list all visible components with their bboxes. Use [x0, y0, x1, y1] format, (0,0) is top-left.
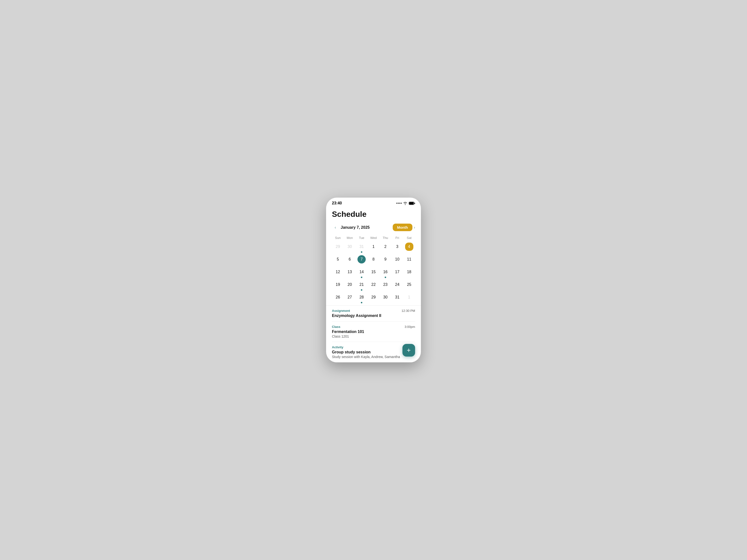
phone-frame: 23:40 Schedule ‹ Januar [326, 197, 421, 363]
day-number: 19 [334, 281, 342, 289]
calendar-day[interactable]: 31 [391, 292, 403, 304]
status-icons [396, 202, 415, 205]
day-number: 20 [345, 281, 354, 289]
calendar-grid: Sun Mon Tue Wed Thu Fri Sat 293031123456… [332, 235, 415, 304]
event-time: 3:00pm [405, 325, 415, 329]
day-number: 10 [393, 255, 402, 264]
page-title: Schedule [332, 210, 415, 219]
calendar-day[interactable]: 25 [403, 279, 415, 292]
day-number: 30 [381, 293, 390, 301]
calendar-day[interactable]: 5 [332, 254, 344, 266]
calendar-day[interactable]: 19 [332, 279, 344, 292]
calendar-day[interactable]: 16 [379, 267, 391, 279]
day-number: 29 [334, 243, 342, 251]
event-type: Class [332, 325, 340, 329]
day-number: 28 [357, 293, 366, 301]
calendar-day[interactable]: 2 [379, 242, 391, 254]
day-header-thu: Thu [379, 235, 391, 241]
status-time: 23:40 [332, 201, 342, 205]
calendar-day[interactable]: 29 [332, 242, 344, 254]
day-number: 26 [334, 293, 342, 301]
app-content: Schedule ‹ January 7, 2025 Month › Sun M… [326, 207, 421, 304]
day-number: 7 [357, 255, 366, 264]
event-subtitle: Study session with Kayla, Andrew, Samant… [332, 355, 415, 359]
day-number: 4 [405, 243, 413, 251]
calendar-day[interactable]: 24 [391, 279, 403, 292]
day-header-sun: Sun [332, 235, 344, 241]
calendar-day[interactable]: 29 [368, 292, 380, 304]
event-header: Assignment12:30 PM [332, 309, 415, 313]
calendar-day[interactable]: 20 [344, 279, 356, 292]
day-number: 25 [405, 281, 413, 289]
calendar-day[interactable]: 13 [344, 267, 356, 279]
calendar-day[interactable]: 30 [379, 292, 391, 304]
day-number: 23 [381, 281, 390, 289]
calendar-day[interactable]: 3 [391, 242, 403, 254]
day-number: 3 [393, 243, 402, 251]
day-number: 12 [334, 268, 342, 276]
prev-month-button[interactable]: ‹ [332, 224, 339, 231]
plus-icon: + [407, 347, 411, 354]
day-number: 22 [369, 281, 378, 289]
status-bar: 23:40 [326, 197, 421, 207]
nav-left: ‹ January 7, 2025 [332, 224, 369, 231]
day-number: 15 [369, 268, 378, 276]
event-type: Activity [332, 345, 343, 349]
event-dot [385, 276, 386, 278]
next-month-button[interactable]: › [414, 225, 415, 230]
calendar-week-2: 12131415161718 [332, 267, 415, 279]
day-number: 8 [369, 255, 378, 264]
day-number: 31 [357, 243, 366, 251]
calendar-day[interactable]: 22 [368, 279, 380, 292]
calendar-week-0: 2930311234 [332, 242, 415, 254]
calendar-day[interactable]: 1 [368, 242, 380, 254]
day-number: 21 [357, 281, 366, 289]
day-header-sat: Sat [403, 235, 415, 241]
day-number: 2 [381, 243, 390, 251]
event-dot [361, 251, 362, 253]
calendar-day[interactable]: 17 [391, 267, 403, 279]
calendar-day[interactable]: 31 [356, 242, 368, 254]
svg-rect-1 [409, 202, 414, 205]
event-header: Class3:00pm [332, 325, 415, 329]
calendar-day[interactable]: 9 [379, 254, 391, 266]
event-item[interactable]: Assignment12:30 PMEnzymology Assignment … [332, 305, 415, 322]
calendar-day[interactable]: 7 [356, 254, 368, 266]
day-number: 14 [357, 268, 366, 276]
day-number: 5 [334, 255, 342, 264]
calendar-day[interactable]: 15 [368, 267, 380, 279]
day-number: 13 [345, 268, 354, 276]
event-item[interactable]: Class3:00pmFermentation 101Class 1201 [332, 322, 415, 342]
calendar-day[interactable]: 10 [391, 254, 403, 266]
nav-date: January 7, 2025 [341, 225, 369, 230]
day-number: 11 [405, 255, 413, 264]
calendar-day[interactable]: 1 [403, 292, 415, 304]
event-subtitle: Class 1201 [332, 335, 415, 338]
event-dot [361, 302, 362, 303]
calendar-day[interactable]: 21 [356, 279, 368, 292]
calendar-day[interactable]: 30 [344, 242, 356, 254]
wifi-icon [403, 202, 407, 205]
event-dot [361, 289, 362, 291]
day-number: 6 [345, 255, 354, 264]
calendar-day[interactable]: 23 [379, 279, 391, 292]
day-number: 30 [345, 243, 354, 251]
calendar-day[interactable]: 18 [403, 267, 415, 279]
signal-icon [396, 203, 402, 204]
calendar-day[interactable]: 12 [332, 267, 344, 279]
event-time: 12:30 PM [402, 309, 415, 313]
add-event-button[interactable]: + [403, 344, 415, 356]
calendar-day[interactable]: 27 [344, 292, 356, 304]
calendar-day[interactable]: 11 [403, 254, 415, 266]
calendar-day[interactable]: 4 [403, 242, 415, 254]
day-number: 27 [345, 293, 354, 301]
calendar-day[interactable]: 14 [356, 267, 368, 279]
day-number: 1 [369, 243, 378, 251]
calendar-day[interactable]: 28 [356, 292, 368, 304]
calendar-day[interactable]: 6 [344, 254, 356, 266]
day-header-mon: Mon [344, 235, 356, 241]
calendar-day[interactable]: 26 [332, 292, 344, 304]
calendar-week-1: 567891011 [332, 254, 415, 266]
calendar-day[interactable]: 8 [368, 254, 380, 266]
month-view-button[interactable]: Month [393, 223, 412, 231]
